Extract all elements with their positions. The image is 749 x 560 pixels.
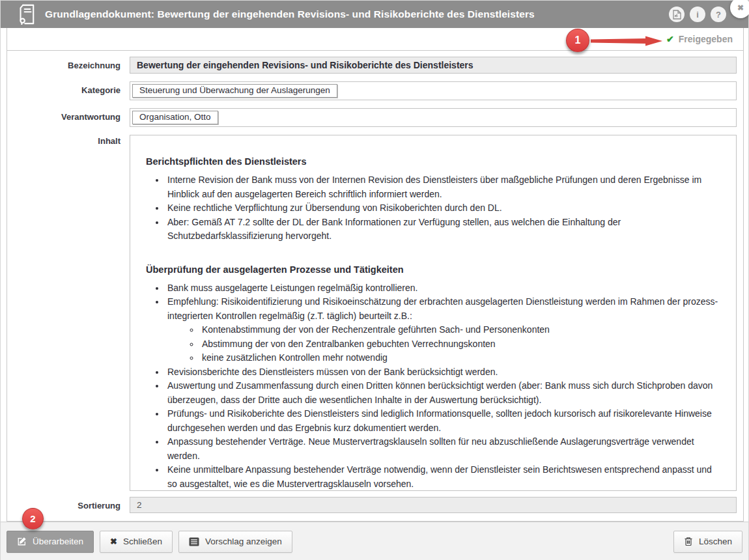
loeschen-button[interactable]: Löschen — [673, 531, 742, 553]
content-bullet: Bank muss ausgelagerte Leistungen regelm… — [165, 281, 719, 296]
content-bullet: Anpassung bestehender Verträge. Neue Mus… — [165, 435, 719, 463]
form-row-kategorie: Kategorie Steuerung und Überwachung der … — [7, 81, 737, 100]
bezeichnung-label: Bezeichnung — [7, 57, 130, 70]
help-icon[interactable]: ? — [711, 7, 726, 22]
status-badge: Freigegeben — [679, 34, 733, 44]
pdf-export-icon[interactable] — [669, 7, 685, 22]
content-bullet: Keine unmittelbare Anpassung bestehender… — [165, 463, 719, 491]
info-icon[interactable]: i — [690, 7, 705, 22]
document-form: Bezeichnung Bewertung der eingehenden Re… — [7, 51, 743, 513]
check-icon: ✔ — [666, 34, 674, 44]
dialog-title: Grundlagendokument: Bewertung der eingeh… — [45, 8, 535, 20]
bezeichnung-field: Bewertung der eingehenden Revisions- und… — [130, 57, 737, 74]
edit-icon — [17, 537, 27, 546]
vorschlag-anzeigen-button[interactable]: Vorschlag anzeigen — [178, 531, 292, 553]
content-sublist: Kontenabstimmung der von der Rechenzentr… — [167, 323, 719, 365]
close-x-icon: ✖ — [110, 537, 117, 546]
kategorie-label: Kategorie — [7, 81, 130, 95]
schliessen-label: Schließen — [123, 537, 162, 546]
content-heading: Überprüfung der ausgelagerten Prozesse u… — [146, 264, 719, 275]
annotation-2-number: 2 — [30, 513, 35, 524]
form-row-bezeichnung: Bezeichnung Bewertung der eingehenden Re… — [7, 57, 737, 74]
verantwortung-chip[interactable]: Organisation, Otto — [132, 111, 218, 124]
vorschlag-anzeigen-label: Vorschlag anzeigen — [205, 537, 282, 546]
annotation-1-number: 1 — [575, 35, 581, 46]
dialog-body-panel: ✔ Freigegeben Bezeichnung Bewertung der … — [7, 28, 744, 522]
content-sub-bullet: Kontenabstimmung der von der Rechenzentr… — [200, 323, 719, 337]
list-icon — [189, 537, 199, 546]
inhalt-label: Inhalt — [7, 135, 130, 146]
ueberarbeiten-button[interactable]: Überarbeiten — [7, 531, 94, 553]
header-actions: i ? — [669, 7, 726, 22]
inhalt-content: Berichtspflichten des DienstleistersInte… — [130, 135, 737, 491]
verantwortung-label: Verantwortung — [7, 108, 130, 122]
content-bullet: Auswertung und Zusammenfassung durch ein… — [165, 379, 719, 407]
content-list: Bank muss ausgelagerte Leistungen regelm… — [146, 281, 719, 492]
content-bullet: Keine rechtliche Verpflichtung zur Übers… — [165, 201, 719, 216]
dialog-header: Grundlagendokument: Bewertung der eingeh… — [1, 1, 748, 28]
annotation-arrow — [591, 35, 662, 47]
dialog-footer: Überarbeiten ✖ Schließen Vorschlag anzei… — [1, 522, 748, 560]
content-bullet: Interne Revision der Bank muss von der I… — [165, 173, 719, 201]
content-heading: Berichtspflichten des Dienstleisters — [146, 156, 719, 167]
close-icon[interactable]: ✖ — [730, 0, 749, 18]
content-bullet: Aber: Gemäß AT 7.2 sollte der DL der Ban… — [165, 216, 719, 244]
schliessen-button[interactable]: ✖ Schließen — [100, 531, 173, 553]
form-row-verantwortung: Verantwortung Organisation, Otto — [7, 108, 737, 127]
kategorie-chip[interactable]: Steuerung und Überwachung der Auslagerun… — [132, 84, 337, 98]
verantwortung-field: Organisation, Otto — [130, 108, 737, 127]
content-bullet: Empfehlung: Risikoidentifizierung und Ri… — [165, 295, 719, 365]
help-glyph: ? — [716, 10, 721, 20]
annotation-marker-2: 2 — [22, 508, 44, 529]
sortierung-label: Sortierung — [7, 497, 130, 511]
loeschen-label: Löschen — [699, 537, 732, 546]
info-glyph: i — [696, 10, 699, 20]
close-glyph: ✖ — [737, 3, 744, 12]
form-row-inhalt: Inhalt Berichtspflichten des Dienstleist… — [7, 135, 737, 491]
sortierung-field: 2 — [130, 497, 737, 513]
ueberarbeiten-label: Überarbeiten — [33, 537, 83, 546]
content-bullet: Revisionsberichte des Dienstleisters müs… — [165, 365, 719, 380]
content-sub-bullet: keine zusätzlichen Kontrollen mehr notwe… — [200, 351, 719, 365]
grundlagendokument-dialog: Grundlagendokument: Bewertung der eingeh… — [0, 0, 749, 560]
form-row-sortierung: Sortierung 2 — [7, 497, 737, 513]
kategorie-field: Steuerung und Überwachung der Auslagerun… — [130, 81, 737, 100]
annotation-marker-1: 1 — [566, 29, 589, 52]
content-bullet: Prüfungs- und Risikoberichte des Dienstl… — [165, 407, 719, 435]
trash-icon — [684, 537, 693, 546]
content-sub-bullet: Abstimmung der von den Zentralbanken geb… — [200, 337, 719, 352]
certificate-document-icon — [18, 4, 37, 25]
content-list: Interne Revision der Bank muss von der I… — [146, 173, 719, 244]
